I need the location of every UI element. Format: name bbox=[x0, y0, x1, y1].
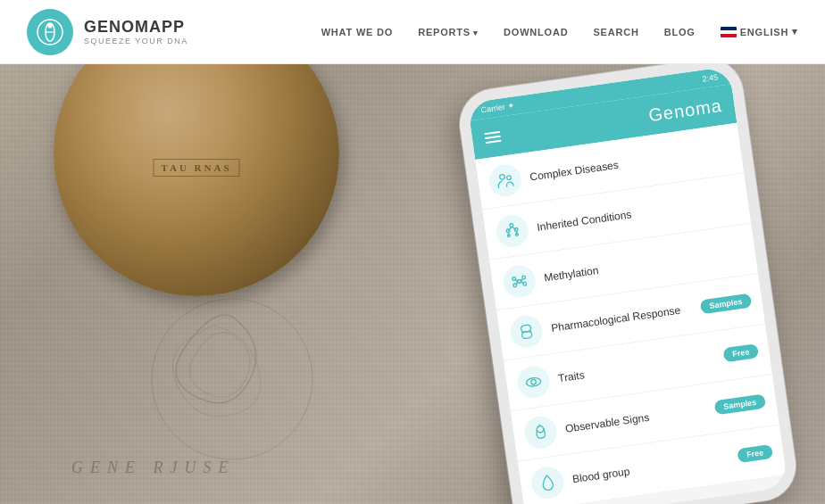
pharmacological-label: Pharmacological Response bbox=[550, 304, 681, 335]
inherited-icon bbox=[494, 213, 530, 250]
svg-line-25 bbox=[515, 282, 518, 284]
phone-shell: Carrier ✦ 2:45 Genoma bbox=[455, 64, 800, 504]
methylation-label: Methylation bbox=[543, 264, 599, 284]
blood-badge: Free bbox=[737, 444, 773, 463]
language-chevron: ▾ bbox=[792, 26, 798, 37]
phone-mockup: Carrier ✦ 2:45 Genoma bbox=[455, 64, 825, 504]
app-list: Complex Diseases Inherited Conditions bbox=[475, 123, 787, 504]
observable-icon bbox=[522, 414, 559, 450]
phone-screen: Carrier ✦ 2:45 Genoma bbox=[467, 66, 788, 504]
observable-badge: Samples bbox=[713, 393, 766, 415]
flag-icon bbox=[721, 27, 737, 37]
status-time: 2:45 bbox=[702, 72, 719, 83]
complex-diseases-icon bbox=[487, 162, 523, 199]
methylation-icon bbox=[501, 263, 538, 300]
language-label: ENGLISH bbox=[740, 27, 789, 37]
nav-download[interactable]: DOWNLOAD bbox=[504, 27, 568, 37]
logo-text: GENOMAPP SQUEEZE YOUR DNA bbox=[84, 18, 188, 45]
svg-line-24 bbox=[521, 278, 523, 280]
svg-point-6 bbox=[506, 176, 511, 180]
nav-reports[interactable]: REPORTS bbox=[418, 27, 479, 37]
pharmacological-badge: Samples bbox=[700, 293, 753, 315]
observable-label: Observable Signs bbox=[564, 411, 650, 435]
svg-point-2 bbox=[48, 23, 53, 28]
svg-point-4 bbox=[152, 299, 312, 459]
svg-point-32 bbox=[537, 426, 544, 433]
fabric-watermark: GENE RJUSE bbox=[71, 459, 235, 477]
svg-point-31 bbox=[530, 379, 536, 384]
pharmacological-icon bbox=[508, 314, 545, 351]
carrier-label: Carrier ✦ bbox=[480, 101, 515, 114]
svg-point-7 bbox=[510, 224, 513, 227]
hero-section: GENE RJUSE Carrier ✦ 2:45 Genoma bbox=[0, 64, 825, 504]
phone-app-title: Genoma bbox=[647, 95, 723, 126]
traits-label: Traits bbox=[557, 368, 585, 384]
logo-tagline: SQUEEZE YOUR DNA bbox=[84, 37, 188, 45]
nav-search[interactable]: SEARCH bbox=[593, 27, 638, 37]
navbar: GENOMAPP SQUEEZE YOUR DNA WHAT WE DO REP… bbox=[0, 0, 825, 64]
hamburger-menu[interactable] bbox=[484, 131, 501, 144]
traits-badge: Free bbox=[722, 343, 759, 362]
complex-diseases-label: Complex Diseases bbox=[529, 159, 620, 184]
blood-label: Blood group bbox=[571, 465, 630, 485]
blood-icon bbox=[529, 465, 566, 501]
traits-icon bbox=[515, 364, 552, 401]
svg-point-5 bbox=[499, 174, 504, 179]
logo-icon bbox=[27, 9, 73, 55]
nav-links: WHAT WE DO REPORTS DOWNLOAD SEARCH BLOG … bbox=[321, 26, 798, 37]
nav-what-we-do[interactable]: WHAT WE DO bbox=[321, 27, 394, 37]
svg-point-30 bbox=[526, 377, 542, 387]
svg-line-15 bbox=[516, 231, 517, 235]
logo-area[interactable]: GENOMAPP SQUEEZE YOUR DNA bbox=[27, 9, 188, 55]
logo-name: GENOMAPP bbox=[84, 18, 188, 37]
fabric-emblem bbox=[143, 290, 321, 468]
svg-line-14 bbox=[508, 232, 509, 235]
svg-line-26 bbox=[521, 282, 523, 284]
inherited-label: Inherited Conditions bbox=[537, 208, 633, 234]
nav-blog[interactable]: BLOG bbox=[664, 27, 696, 37]
language-selector[interactable]: ENGLISH ▾ bbox=[721, 26, 798, 37]
svg-line-23 bbox=[515, 279, 518, 281]
